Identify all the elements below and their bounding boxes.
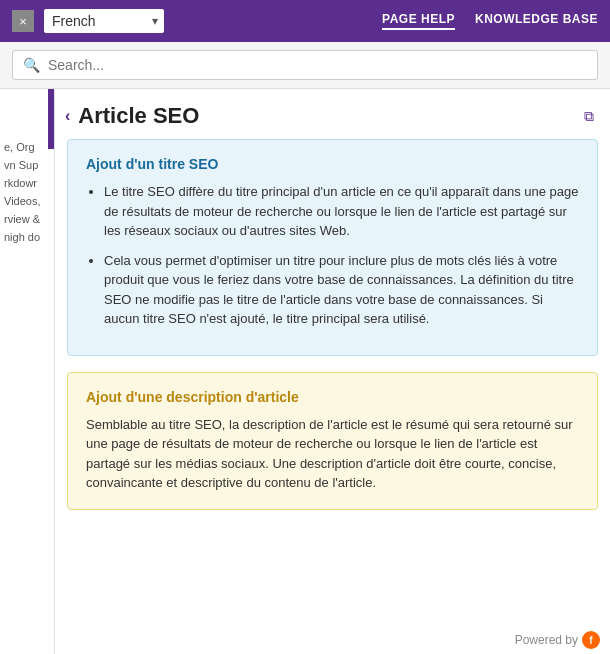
back-button[interactable]: ‹ xyxy=(65,107,70,125)
help-panel: ‹ Article SEO ⧉ Ajout d'un titre SEO Le … xyxy=(55,89,610,654)
nav-knowledge-base[interactable]: KNOWLEDGE BASE xyxy=(475,12,598,30)
sidebar-text-list: e, Org vn Sup rkdowr Videos, rview & nig… xyxy=(0,139,54,245)
sidebar-item-4[interactable]: Videos, xyxy=(0,193,54,209)
main-content: e, Org vn Sup rkdowr Videos, rview & nig… xyxy=(0,89,610,654)
search-input[interactable] xyxy=(48,57,587,73)
header: × French English Spanish German PAGE HEL… xyxy=(0,0,610,42)
nav-page-help[interactable]: PAGE HELP xyxy=(382,12,455,30)
page-title-row: ‹ Article SEO ⧉ xyxy=(55,89,610,139)
external-link-icon[interactable]: ⧉ xyxy=(584,108,594,125)
search-input-wrapper: 🔍 xyxy=(12,50,598,80)
search-icon: 🔍 xyxy=(23,57,40,73)
seo-description-info-box: Ajout d'une description d'article Sembla… xyxy=(67,372,598,510)
footer-logo: f xyxy=(582,631,600,649)
seo-title-bullet-1: Le titre SEO diffère du titre principal … xyxy=(104,182,579,241)
search-bar: 🔍 xyxy=(0,42,610,89)
sidebar-strip: e, Org vn Sup rkdowr Videos, rview & nig… xyxy=(0,89,55,654)
seo-description-body: Semblable au titre SEO, la description d… xyxy=(86,415,579,493)
seo-title-box-heading: Ajout d'un titre SEO xyxy=(86,156,579,172)
sidebar-item-5[interactable]: rview & xyxy=(0,211,54,227)
page-title: Article SEO xyxy=(78,103,576,129)
seo-title-info-box: Ajout d'un titre SEO Le titre SEO diffèr… xyxy=(67,139,598,356)
sidebar-item-3[interactable]: rkdowr xyxy=(0,175,54,191)
seo-title-bullet-list: Le titre SEO diffère du titre principal … xyxy=(86,182,579,329)
close-button[interactable]: × xyxy=(12,10,34,32)
seo-title-bullet-2: Cela vous permet d'optimiser un titre po… xyxy=(104,251,579,329)
sidebar-item-2[interactable]: vn Sup xyxy=(0,157,54,173)
powered-by-label: Powered by xyxy=(515,633,578,647)
language-select[interactable]: French English Spanish German xyxy=(44,9,164,33)
language-selector-wrapper: French English Spanish German xyxy=(44,9,164,33)
sidebar-item-6[interactable]: nigh do xyxy=(0,229,54,245)
footer: Powered by f xyxy=(515,631,600,649)
header-nav: PAGE HELP KNOWLEDGE BASE xyxy=(382,12,598,30)
seo-description-box-heading: Ajout d'une description d'article xyxy=(86,389,579,405)
sidebar-item-1[interactable]: e, Org xyxy=(0,139,54,155)
